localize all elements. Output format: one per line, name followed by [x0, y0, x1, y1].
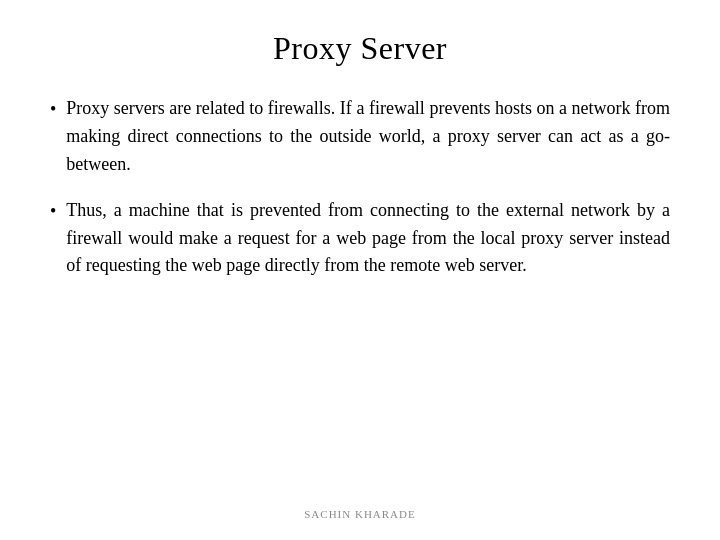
footer-credit: SACHIN KHARADE [304, 498, 415, 520]
content-area: • Proxy servers are related to firewalls… [50, 95, 670, 498]
bullet-text-2: Thus, a machine that is prevented from c… [66, 197, 670, 281]
bullet-dot-2: • [50, 198, 56, 226]
bullet-item-1: • Proxy servers are related to firewalls… [50, 95, 670, 179]
bullet-item-2: • Thus, a machine that is prevented from… [50, 197, 670, 281]
bullet-text-1: Proxy servers are related to firewalls. … [66, 95, 670, 179]
bullet-dot-1: • [50, 96, 56, 124]
page-title: Proxy Server [273, 30, 447, 67]
